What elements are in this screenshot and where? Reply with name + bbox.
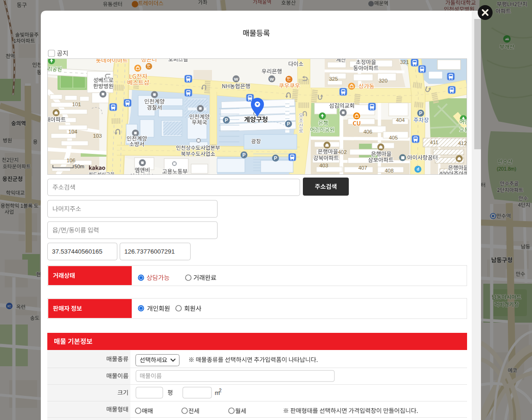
svg-text:126.73776007291: 126.73776007291 — [124, 248, 175, 255]
svg-text:P: P — [242, 152, 245, 158]
svg-text:W: W — [270, 76, 274, 82]
svg-text:402: 402 — [338, 149, 346, 155]
svg-text:104: 104 — [68, 129, 77, 134]
svg-text:321: 321 — [400, 59, 409, 65]
svg-text:411: 411 — [430, 140, 438, 145]
svg-text:W: W — [234, 76, 238, 82]
svg-text:408: 408 — [385, 168, 393, 173]
svg-text:P: P — [287, 121, 290, 127]
svg-text:106: 106 — [66, 158, 75, 163]
svg-text:403: 403 — [319, 163, 328, 168]
svg-text:325: 325 — [329, 76, 338, 82]
svg-text:101: 101 — [72, 102, 81, 107]
svg-text:103: 103 — [93, 133, 102, 139]
svg-text:50m: 50m — [74, 164, 84, 169]
svg-text:2: 2 — [219, 388, 222, 393]
svg-text:405: 405 — [389, 135, 397, 140]
svg-text:406: 406 — [363, 129, 372, 134]
svg-text:37.537440560165: 37.537440560165 — [52, 248, 103, 255]
svg-text:P: P — [224, 117, 228, 123]
svg-text:404: 404 — [396, 117, 405, 123]
svg-text:P: P — [419, 110, 422, 116]
svg-text:412: 412 — [458, 140, 467, 146]
svg-text:407: 407 — [358, 165, 367, 171]
svg-text:P: P — [274, 155, 277, 161]
svg-text:320: 320 — [378, 78, 387, 83]
svg-text:d: d — [417, 167, 419, 172]
